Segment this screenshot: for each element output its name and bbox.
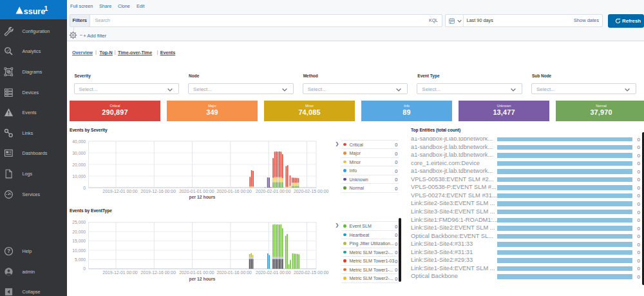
svg-text:1: 1 — [44, 5, 48, 12]
svg-text:ssure: ssure — [24, 7, 45, 16]
svg-text:?: ? — [6, 248, 10, 254]
